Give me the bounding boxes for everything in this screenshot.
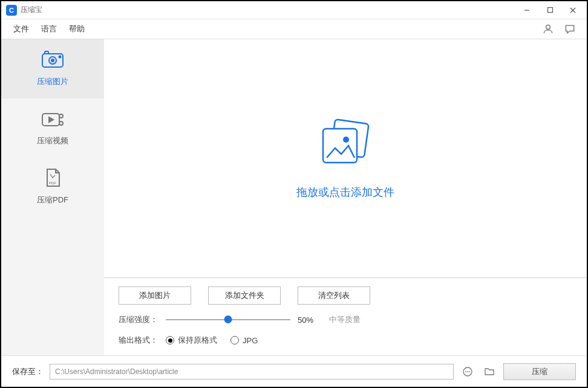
save-path-input[interactable]: C:\Users\Administrator\Desktop\article (50, 364, 454, 380)
sidebar-item-label: 压缩视频 (37, 135, 68, 146)
compress-button[interactable]: 压缩 (503, 363, 576, 380)
svg-rect-1 (547, 8, 552, 13)
menu-language[interactable]: 语言 (38, 20, 60, 38)
radio-icon (230, 336, 239, 344)
folder-icon (484, 367, 495, 377)
svg-point-9 (59, 56, 61, 58)
pdf-icon: PDF (41, 169, 65, 187)
dropzone[interactable]: 拖放或点击添加文件 (104, 39, 587, 277)
add-folder-button[interactable]: 添加文件夹 (208, 286, 281, 305)
output-format-row: 输出格式： 保持原格式 JPG (119, 335, 572, 346)
add-image-button[interactable]: 添加图片 (119, 286, 191, 305)
save-options-button[interactable] (460, 364, 475, 380)
minimize-icon (523, 7, 531, 14)
chat-icon (564, 23, 576, 35)
video-icon (41, 110, 65, 128)
radio-jpg[interactable]: JPG (230, 336, 258, 345)
svg-point-19 (465, 371, 466, 372)
account-button[interactable] (540, 21, 557, 37)
svg-rect-8 (45, 51, 48, 54)
controls-panel: 添加图片 添加文件夹 清空列表 压缩强度： 50% 中等质量 输出格式： (104, 277, 587, 355)
radio-icon (166, 336, 174, 344)
image-stack-icon (312, 118, 379, 174)
output-format-label: 输出格式： (119, 335, 158, 346)
sidebar-item-label: 压缩PDF (37, 195, 68, 205)
sidebar-item-compress-pdf[interactable]: PDF 压缩PDF (1, 158, 104, 217)
save-to-label: 保存至： (12, 366, 44, 377)
main-panel: 拖放或点击添加文件 添加图片 添加文件夹 清空列表 压缩强度： 50% 中等质量 (104, 39, 587, 355)
svg-marker-11 (49, 117, 53, 122)
close-icon (569, 7, 577, 14)
svg-point-20 (467, 371, 468, 372)
svg-point-12 (59, 114, 63, 118)
menu-file[interactable]: 文件 (10, 20, 33, 38)
close-button[interactable] (561, 2, 584, 19)
maximize-icon (547, 7, 554, 13)
compression-strength-row: 压缩强度： 50% 中等质量 (119, 314, 572, 325)
compression-strength-slider[interactable] (166, 314, 290, 325)
sidebar-item-compress-image[interactable]: 压缩图片 (1, 39, 104, 99)
feedback-button[interactable] (561, 21, 578, 37)
svg-point-13 (59, 121, 63, 125)
minimize-button[interactable] (515, 2, 538, 19)
body: 压缩图片 压缩视频 PDF 压缩PDF (1, 39, 587, 355)
radio-label: 保持原格式 (178, 335, 217, 346)
menu-help[interactable]: 帮助 (65, 20, 88, 38)
titlebar: C 压缩宝 (1, 1, 587, 19)
button-row: 添加图片 添加文件夹 清空列表 (119, 286, 572, 305)
window-title: 压缩宝 (21, 5, 42, 15)
more-icon (462, 366, 473, 377)
camera-icon (41, 51, 65, 69)
footer: 保存至： C:\Users\Administrator\Desktop\arti… (1, 355, 587, 387)
svg-point-17 (343, 137, 349, 143)
user-icon (542, 23, 554, 35)
maximize-button[interactable] (538, 2, 561, 19)
compression-strength-percent: 50% (298, 315, 322, 325)
dropzone-text: 拖放或点击添加文件 (296, 185, 394, 199)
radio-keep-original[interactable]: 保持原格式 (166, 335, 217, 346)
svg-point-7 (51, 59, 54, 62)
menubar: 文件 语言 帮助 (1, 19, 587, 39)
svg-point-4 (546, 25, 550, 29)
radio-label: JPG (243, 336, 258, 345)
app-window: C 压缩宝 文件 语言 帮助 (0, 0, 588, 388)
sidebar-item-label: 压缩图片 (37, 76, 68, 87)
browse-folder-button[interactable] (482, 364, 497, 380)
compression-strength-label: 压缩强度： (119, 314, 158, 325)
svg-text:PDF: PDF (49, 181, 56, 185)
sidebar-item-compress-video[interactable]: 压缩视频 (1, 99, 104, 158)
compression-quality-text: 中等质量 (329, 314, 361, 325)
svg-rect-16 (323, 129, 357, 163)
clear-list-button[interactable]: 清空列表 (298, 286, 370, 305)
sidebar: 压缩图片 压缩视频 PDF 压缩PDF (1, 39, 104, 355)
svg-point-21 (469, 371, 470, 372)
app-icon: C (6, 5, 17, 16)
